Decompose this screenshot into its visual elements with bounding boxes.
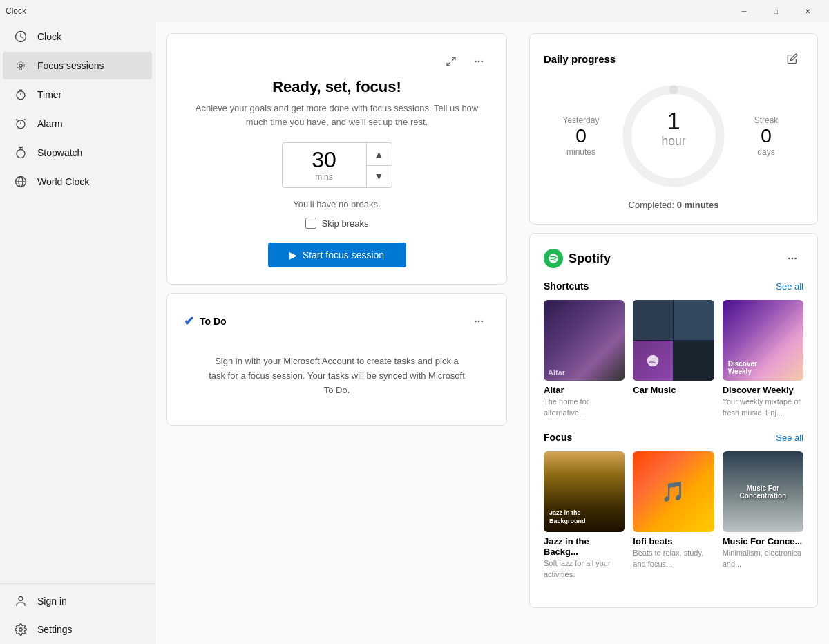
- shortcuts-header: Shortcuts See all: [544, 281, 803, 292]
- spotify-logo: Spotify: [544, 249, 611, 268]
- sidebar-label-stopwatch: Stopwatch: [37, 147, 82, 158]
- more-options-button[interactable]: [468, 50, 490, 73]
- titlebar-controls: ─ □ ✕: [728, 0, 823, 22]
- svg-point-2: [17, 62, 25, 70]
- sidebar-label-sign-in: Sign in: [37, 596, 67, 607]
- svg-point-29: [792, 258, 794, 260]
- svg-point-14: [19, 596, 23, 600]
- focus-subtitle: Achieve your goals and get more done wit…: [184, 102, 490, 129]
- right-panel: Daily progress Yesterday 0 minutes: [518, 22, 829, 644]
- lofi-thumb: 🎵: [633, 451, 714, 532]
- discover-weekly-name: Discover Weekly: [723, 385, 803, 395]
- maximize-button[interactable]: □: [760, 0, 792, 22]
- no-breaks-text: You'll have no breaks.: [184, 199, 490, 209]
- sidebar-item-focus-sessions[interactable]: Focus sessions: [3, 52, 152, 79]
- focus-icon: [14, 59, 28, 73]
- svg-point-20: [481, 61, 483, 63]
- sidebar: Clock Focus sessions Timer: [0, 22, 155, 644]
- todo-card: ✔ To Do Sign in with your Microsoft Acco…: [166, 293, 507, 426]
- sidebar-item-timer[interactable]: Timer: [3, 81, 152, 108]
- car-music-thumb: [633, 300, 714, 381]
- time-arrows: ▲ ▼: [366, 143, 392, 187]
- sidebar-item-world-clock[interactable]: World Clock: [3, 168, 152, 196]
- todo-sign-in-text: Sign in with your Microsoft Account to c…: [184, 343, 490, 408]
- playlist-item-jazz[interactable]: Jazz in theBackground Jazz in the Backg.…: [544, 451, 625, 580]
- titlebar-left: Clock: [6, 6, 26, 16]
- streak-unit: days: [757, 147, 774, 157]
- time-down-button[interactable]: ▼: [367, 166, 392, 188]
- progress-header: Daily progress: [544, 48, 803, 70]
- app-body: Clock Focus sessions Timer: [0, 22, 829, 644]
- spotify-more-button[interactable]: [781, 247, 803, 269]
- see-all-shortcuts-button[interactable]: See all: [776, 281, 803, 292]
- clock-icon: [14, 30, 28, 44]
- app-title: Clock: [6, 6, 26, 16]
- car-music-name: Car Music: [633, 385, 714, 395]
- world-clock-icon: [14, 175, 28, 189]
- sidebar-item-clock[interactable]: Clock: [3, 23, 152, 50]
- todo-more-button[interactable]: [468, 310, 490, 332]
- todo-title-text: To Do: [200, 316, 227, 327]
- skip-breaks-container: Skip breaks: [184, 218, 490, 229]
- shortcuts-title: Shortcuts: [544, 281, 589, 292]
- playlist-item-music-for-concentration[interactable]: Music ForConcentration Music For Conce..…: [723, 451, 803, 580]
- signin-icon: [14, 594, 28, 608]
- playlist-item-car-music[interactable]: Car Music: [633, 300, 714, 418]
- sidebar-label-alarm: Alarm: [37, 118, 63, 129]
- sidebar-item-stopwatch[interactable]: Stopwatch: [3, 139, 152, 167]
- edit-progress-button[interactable]: [781, 48, 803, 70]
- time-number: 30: [312, 149, 336, 171]
- spotify-logo-icon: [544, 249, 563, 268]
- skip-breaks-checkbox[interactable]: [305, 218, 316, 229]
- completed-value: 0 minutes: [677, 200, 719, 210]
- completed-text: Completed: 0 minutes: [544, 200, 803, 210]
- sidebar-label-world-clock: World Clock: [37, 176, 89, 187]
- spotify-card: Spotify Shortcuts See all: [529, 233, 818, 608]
- time-value: 30 mins: [283, 143, 366, 187]
- start-btn-label: Start focus session: [303, 249, 384, 261]
- spotify-header: Spotify: [544, 247, 803, 269]
- time-up-button[interactable]: ▲: [367, 143, 392, 166]
- discover-weekly-thumb: DiscoverWeekly: [723, 300, 803, 381]
- yesterday-label: Yesterday: [563, 115, 600, 125]
- timer-icon: [14, 88, 28, 102]
- start-focus-session-button[interactable]: ▶ Start focus session: [268, 243, 406, 267]
- daily-progress-card: Daily progress Yesterday 0 minutes: [529, 33, 818, 225]
- playlist-item-lofi-beats[interactable]: 🎵 lofi beats Beats to relax, study, and …: [633, 451, 714, 580]
- sidebar-item-sign-in[interactable]: Sign in: [3, 587, 152, 615]
- svg-text:hour: hour: [661, 134, 685, 148]
- svg-point-30: [794, 258, 797, 260]
- todo-title-container: ✔ To Do: [184, 314, 227, 329]
- play-icon: ▶: [289, 249, 297, 261]
- svg-point-22: [478, 321, 480, 323]
- close-button[interactable]: ✕: [792, 0, 823, 22]
- sidebar-item-alarm[interactable]: Alarm: [3, 110, 152, 138]
- streak-value: 0: [761, 125, 772, 147]
- svg-point-18: [475, 61, 477, 63]
- jazz-desc: Soft jazz for all your activities.: [544, 558, 625, 580]
- shortcuts-grid: Altar Altar The home for alternative...: [544, 300, 803, 418]
- expand-button[interactable]: [440, 50, 462, 73]
- focus-card-header: [184, 50, 490, 73]
- playlist-item-discover-weekly[interactable]: DiscoverWeekly Discover Weekly Your week…: [723, 300, 803, 418]
- minimize-button[interactable]: ─: [728, 0, 760, 22]
- lofi-desc: Beats to relax, study, and focus...: [633, 548, 714, 569]
- svg-line-6: [16, 119, 17, 120]
- left-panel: Ready, set, focus! Achieve your goals an…: [155, 22, 518, 644]
- see-all-focus-button[interactable]: See all: [776, 433, 803, 443]
- todo-checkmark-icon: ✔: [184, 314, 194, 329]
- playlist-item-altar[interactable]: Altar Altar The home for alternative...: [544, 300, 625, 418]
- streak-label: Streak: [754, 115, 779, 125]
- skip-breaks-label: Skip breaks: [322, 218, 369, 229]
- sidebar-bottom: Sign in Settings: [0, 583, 155, 644]
- sidebar-label-clock: Clock: [37, 31, 61, 42]
- focus-title-text: Focus: [544, 432, 572, 443]
- settings-icon: [14, 623, 28, 636]
- sidebar-item-settings[interactable]: Settings: [3, 616, 152, 643]
- discover-weekly-desc: Your weekly mixtape of fresh music. Enj.…: [723, 397, 803, 418]
- time-unit: mins: [315, 172, 332, 182]
- focus-session-card: Ready, set, focus! Achieve your goals an…: [166, 33, 507, 285]
- spotify-title: Spotify: [569, 252, 611, 266]
- svg-point-19: [478, 61, 480, 63]
- svg-line-16: [452, 57, 455, 61]
